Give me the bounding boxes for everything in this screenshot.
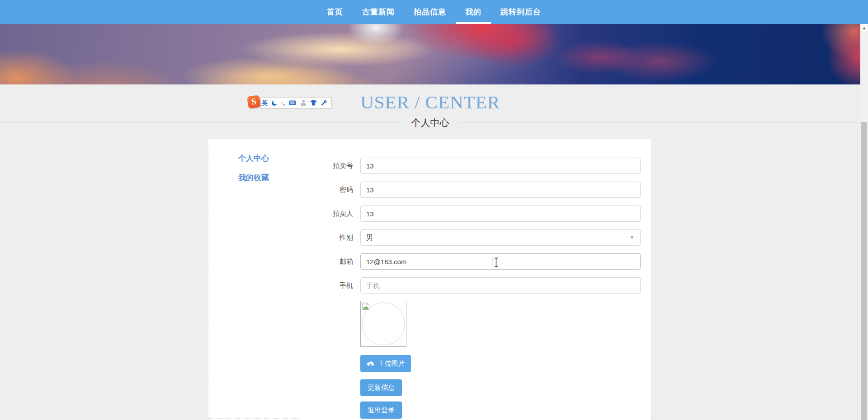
auction-no-input[interactable] [360, 158, 641, 174]
sogou-logo-icon[interactable]: S [247, 95, 260, 108]
nav-item-lot-info[interactable]: 拍品信息 [404, 0, 456, 24]
auctioneer-input[interactable] [360, 205, 641, 222]
form-row-email: 邮箱 [272, 253, 641, 270]
sidebar-item-personal-center[interactable]: 个人中心 [238, 154, 269, 163]
text-caret [492, 257, 492, 266]
avatar-preview[interactable] [360, 301, 406, 347]
top-navbar: 首页 古董新闻 拍品信息 我的 跳转到后台 [0, 0, 868, 24]
nav-item-mine[interactable]: 我的 [456, 0, 491, 24]
cloud-upload-icon [367, 361, 375, 367]
wrench-icon[interactable] [321, 100, 327, 106]
phone-input[interactable] [360, 277, 641, 294]
gender-select[interactable]: 男 ▼ [360, 229, 641, 246]
punctuation-icon[interactable]: ·, [281, 100, 285, 106]
sunset-banner-image [0, 24, 868, 84]
email-label: 邮箱 [272, 253, 353, 270]
nav-item-goto-admin[interactable]: 跳转到后台 [491, 0, 551, 24]
form-row-password: 密码 [272, 182, 641, 198]
moon-icon[interactable] [272, 100, 277, 106]
page-subtitle: 个人中心 [0, 116, 860, 130]
tshirt-icon[interactable] [310, 100, 317, 106]
email-field-wrap [360, 253, 641, 270]
logout-button[interactable]: 退出登录 [360, 401, 402, 419]
gender-label: 性别 [272, 229, 353, 246]
keyboard-icon[interactable] [289, 100, 296, 105]
upload-image-button[interactable]: 上传图片 [360, 355, 411, 372]
user-center-page: 首页 古董新闻 拍品信息 我的 跳转到后台 S 英 ·, USER / CENT… [0, 0, 868, 420]
form-row-gender: 性别 男 ▼ [272, 229, 641, 246]
sidebar-item-my-favorites[interactable]: 我的收藏 [238, 173, 269, 182]
form-row-auction-no: 拍卖号 [272, 158, 641, 174]
vertical-scrollbar[interactable]: ▲ [860, 24, 868, 420]
language-mode-icon[interactable]: 英 [262, 100, 268, 106]
scrollbar-up-arrow[interactable]: ▲ [860, 24, 868, 32]
update-info-button[interactable]: 更新信息 [360, 379, 402, 396]
text-ibeam-cursor [494, 257, 499, 267]
password-input[interactable] [360, 182, 641, 198]
form-row-phone: 手机 [272, 277, 641, 294]
form-row-auctioneer: 拍卖人 [272, 205, 641, 222]
gender-selected-value: 男 [366, 233, 373, 241]
auctioneer-label: 拍卖人 [272, 205, 353, 222]
chevron-down-icon: ▼ [630, 235, 634, 240]
ime-toolbar[interactable]: S 英 ·, [260, 97, 332, 108]
nav-item-antique-news[interactable]: 古董新闻 [353, 0, 404, 24]
user-icon[interactable] [300, 100, 306, 106]
password-label: 密码 [272, 182, 353, 198]
broken-image-icon [362, 303, 370, 310]
email-input[interactable] [360, 253, 641, 270]
upload-button-label: 上传图片 [378, 359, 405, 368]
auction-no-label: 拍卖号 [272, 158, 353, 174]
scrollbar-thumb[interactable] [861, 122, 867, 420]
page-title: USER / CENTER [0, 91, 860, 113]
nav-item-home[interactable]: 首页 [317, 0, 353, 24]
phone-label: 手机 [272, 277, 353, 294]
user-center-panel: 个人中心 我的收藏 拍卖号 密码 拍卖人 性别 男 ▼ 邮箱 [208, 139, 651, 420]
